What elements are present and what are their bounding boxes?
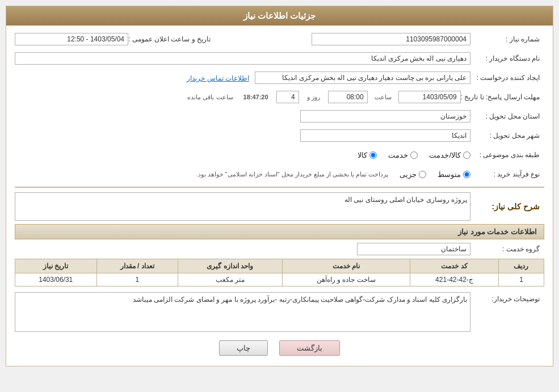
col-date: تاریخ نیاز <box>15 259 97 273</box>
buyer-notes-content: بارگزاری کلیه اسناد و مدارک شرکت-گواهی ص… <box>15 292 470 334</box>
purchase-type-radio-motavaset-input[interactable] <box>463 171 470 178</box>
need-description-textarea[interactable]: پروژه روسازی خیابان اصلی روستای نیی اله <box>15 192 470 221</box>
need-number-label: شماره نیاز : <box>470 35 544 43</box>
category-label-kala: کالا <box>358 151 367 159</box>
requester-label: ایجاد کننده درخواست : <box>470 74 544 82</box>
city-input[interactable] <box>300 129 470 142</box>
purchase-type-radio-group: متوسط جزیی <box>400 170 470 179</box>
buyer-notes-textarea[interactable]: بارگزاری کلیه اسناد و مدارک شرکت-گواهی ص… <box>15 292 470 332</box>
cell-service-code: ج-42-42-421 <box>410 273 499 286</box>
contact-link[interactable]: اطلاعات تماس خریدار <box>187 74 249 82</box>
deadline-date-input[interactable] <box>398 91 461 103</box>
purchase-type-note: پرداخت تمام یا بخشی از مبلغ خریدار محل "… <box>196 171 388 178</box>
purchase-type-label-motavaset: متوسط <box>438 170 461 179</box>
purchase-type-label: نوع فرآیند خرید : <box>470 170 544 178</box>
cell-date: 1403/06/31 <box>15 273 97 286</box>
category-radio-kala-khadamat-input[interactable] <box>463 151 470 159</box>
need-number-input[interactable] <box>312 33 470 45</box>
announce-input[interactable] <box>15 33 128 45</box>
purchase-type-value-cell: متوسط جزیی پرداخت تمام یا بخشی از مبلغ خ… <box>15 170 470 179</box>
category-label-khadamat: خدمت <box>388 151 408 159</box>
category-label-kala-khadamat: کالا/خدمت <box>429 151 461 159</box>
need-number-row: شماره نیاز : تاریخ و ساعت اعلان عمومی : <box>15 31 544 47</box>
category-radio-group: کالا/خدمت خدمت کالا <box>358 151 470 159</box>
city-row: شهر محل تحویل : <box>15 128 544 144</box>
table-header-row: ردیف کد خدمت نام خدمت واحد اندازه گیری ت… <box>15 259 544 273</box>
services-table: ردیف کد خدمت نام خدمت واحد اندازه گیری ت… <box>15 259 544 286</box>
col-service-code: کد خدمت <box>410 259 499 273</box>
buyer-org-label: نام دستگاه خریدار : <box>470 54 544 62</box>
city-value-cell <box>15 129 470 142</box>
col-service-name: نام خدمت <box>282 259 410 273</box>
buyer-org-value-cell <box>15 52 470 65</box>
deadline-value-cell: ساعت روز و 18:47:20 ساعت باقی مانده <box>15 91 461 103</box>
buyer-org-row: نام دستگاه خریدار : <box>15 50 544 66</box>
remaining-days-label: روز و <box>307 94 320 101</box>
col-rownum: ردیف <box>498 259 544 273</box>
category-radio-kala-khadamat: کالا/خدمت <box>429 151 470 159</box>
print-button[interactable]: چاپ <box>219 340 268 356</box>
deadline-time-input[interactable] <box>328 91 368 103</box>
service-group-row: گروه خدمت : <box>15 243 544 255</box>
province-input[interactable] <box>300 110 470 123</box>
divider-1 <box>15 187 544 188</box>
requester-value-cell: اطلاعات تماس خریدار <box>15 71 470 84</box>
announce-label: تاریخ و ساعت اعلان عمومی : <box>128 35 215 43</box>
deadline-label: مهلت ارسال پاسخ: تا تاریخ : <box>461 93 544 101</box>
cell-unit: متر مکعب <box>178 273 282 286</box>
city-label: شهر محل تحویل : <box>470 132 544 140</box>
requester-input[interactable] <box>255 71 470 84</box>
remaining-days-input[interactable] <box>276 91 299 103</box>
need-description-label: شرح کلی نیاز: <box>470 202 544 211</box>
buyer-notes-section: توضیحات خریدار: بارگزاری کلیه اسناد و مد… <box>15 292 544 334</box>
col-qty: تعداد / مقدار <box>96 259 178 273</box>
content-area: شماره نیاز : تاریخ و ساعت اعلان عمومی : … <box>6 26 553 366</box>
deadline-time-label: ساعت <box>375 94 392 101</box>
category-value-cell: کالا/خدمت خدمت کالا <box>15 151 470 159</box>
back-button[interactable]: بازگشت <box>279 340 340 356</box>
purchase-type-radio-jozyi: جزیی <box>400 170 426 179</box>
cell-rownum: 1 <box>498 273 544 286</box>
buyer-notes-label: توضیحات خریدار: <box>470 292 544 303</box>
table-row: 1 ج-42-42-421 ساخت جاده و راه‌آهن متر مک… <box>15 273 544 286</box>
category-radio-khadamat-input[interactable] <box>410 151 418 159</box>
main-container: جزئیات اطلاعات نیاز شماره نیاز : تاریخ و… <box>6 6 553 366</box>
page-title: جزئیات اطلاعات نیاز <box>243 11 316 20</box>
category-radio-kala-input[interactable] <box>369 151 377 159</box>
deadline-date-time: ساعت روز و 18:47:20 ساعت باقی مانده <box>185 91 460 103</box>
province-row: استان محل تحویل : <box>15 108 544 124</box>
buttons-row: بازگشت چاپ <box>15 340 544 356</box>
category-row: طبقه بندی موضوعی : کالا/خدمت خدمت <box>15 147 544 163</box>
cell-service-name: ساخت جاده و راه‌آهن <box>282 273 410 286</box>
page-header: جزئیات اطلاعات نیاز <box>6 6 553 26</box>
purchase-type-radio-jozyi-input[interactable] <box>419 171 426 178</box>
remaining-time-value: 18:47:20 <box>243 94 268 100</box>
purchase-type-radio-motavaset: متوسط <box>438 170 470 179</box>
need-number-value-cell: تاریخ و ساعت اعلان عمومی : <box>15 33 470 45</box>
category-label: طبقه بندی موضوعی : <box>470 151 544 159</box>
province-label: استان محل تحویل : <box>470 112 544 120</box>
deadline-row: مهلت ارسال پاسخ: تا تاریخ : ساعت روز و 1… <box>15 89 544 105</box>
remaining-time-label: ساعت باقی مانده <box>187 94 233 101</box>
service-group-input[interactable] <box>357 243 470 255</box>
page-wrapper: جزئیات اطلاعات نیاز شماره نیاز : تاریخ و… <box>0 0 559 392</box>
purchase-type-label-jozyi: جزیی <box>400 170 417 179</box>
category-radio-kala: کالا <box>358 151 377 159</box>
cell-qty: 1 <box>96 273 178 286</box>
category-radio-khadamat: خدمت <box>388 151 418 159</box>
province-value-cell <box>15 110 470 123</box>
service-group-label: گروه خدمت : <box>470 245 544 253</box>
need-description-row: شرح کلی نیاز: پروژه روسازی خیابان اصلی ر… <box>15 192 544 221</box>
services-section-title: اطلاعات خدمات مورد نیاز <box>15 224 544 239</box>
purchase-type-row: نوع فرآیند خرید : متوسط جزیی پرداخت تمام… <box>15 166 544 182</box>
buyer-org-input[interactable] <box>15 52 470 65</box>
need-description-value-cell: پروژه روسازی خیابان اصلی روستای نیی اله <box>15 192 470 221</box>
requester-row: ایجاد کننده درخواست : اطلاعات تماس خریدا… <box>15 70 544 86</box>
col-unit: واحد اندازه گیری <box>178 259 282 273</box>
